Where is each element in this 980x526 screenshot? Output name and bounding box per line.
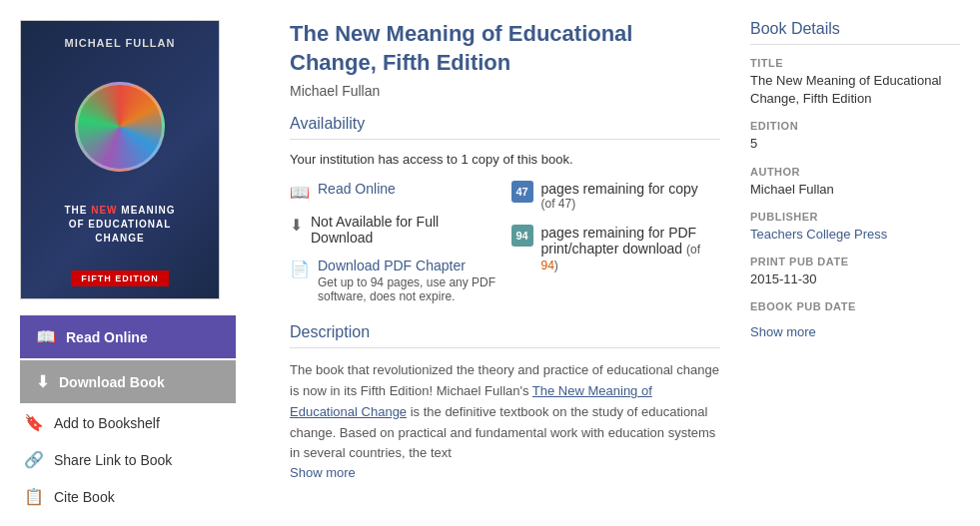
availability-grid: 📖 Read Online ⬇ Not Available for Full D…: [290, 181, 720, 303]
avail-read-online: 📖 Read Online: [290, 181, 499, 202]
avail-not-available: ⬇ Not Available for Full Download: [290, 214, 499, 246]
edition-label: EDITION: [750, 120, 960, 132]
book-author: Michael Fullan: [290, 83, 720, 99]
book-details-show-more[interactable]: Show more: [750, 324, 960, 339]
avail-download-pdf: 📄 Download PDF Chapter Get up to 94 page…: [290, 258, 499, 303]
pages-pdf-item: 94 pages remaining for PDF print/chapter…: [511, 225, 721, 272]
publisher-label: PUBLISHER: [750, 211, 960, 223]
availability-title: Availability: [290, 115, 720, 140]
download-book-icon: ⬇: [36, 372, 49, 391]
author-label: AUTHOR: [750, 166, 960, 178]
publisher-value: Teachers College Press: [750, 226, 960, 244]
not-available-text: Not Available for Full Download: [311, 214, 499, 246]
read-online-avail-text: Read Online: [318, 181, 396, 197]
pages-pdf-badge: 94: [511, 225, 533, 247]
avail-right-col: 47 pages remaining for copy (of 47) 94 p…: [511, 181, 721, 303]
book-cover: Michael Fullan THE NEW MEANINGOF EDUCATI…: [20, 20, 220, 299]
cover-title-new: NEW: [91, 205, 117, 216]
pages-copy-badge: 47: [511, 181, 533, 203]
pages-pdf-text-container: pages remaining for PDF print/chapter do…: [541, 225, 721, 272]
avail-left-col: 📖 Read Online ⬇ Not Available for Full D…: [290, 181, 499, 303]
cover-title-the: THE: [64, 205, 91, 216]
read-online-label: Read Online: [66, 329, 148, 345]
cite-book-button[interactable]: 📋 Cite Book: [20, 479, 119, 514]
pages-copy-sub: (of 47): [541, 197, 698, 211]
ebook-pub-date-label: EBOOK PUB DATE: [750, 300, 960, 312]
download-book-label: Download Book: [59, 374, 165, 390]
not-available-icon: ⬇: [290, 216, 303, 235]
main-content: The New Meaning of Educational Change, F…: [280, 20, 730, 516]
not-available-label: Not Available for Full Download: [311, 214, 439, 246]
title-label: TITLE: [750, 57, 960, 69]
pdf-avail-text: Download PDF Chapter Get up to 94 pages,…: [318, 258, 499, 303]
pages-pdf-label: pages remaining for PDF print/chapter do…: [541, 225, 697, 257]
share-icon: 🔗: [24, 450, 44, 469]
description-title: Description: [290, 323, 720, 348]
share-link-button[interactable]: 🔗 Share Link to Book: [20, 442, 176, 477]
cover-circle-art: [75, 82, 165, 172]
cover-title: THE NEW MEANINGOF EDUCATIONALCHANGE: [64, 204, 175, 246]
availability-note: Your institution has access to 1 copy of…: [290, 152, 720, 167]
cite-icon: 📋: [24, 487, 44, 506]
title-value: The New Meaning of Educational Change, F…: [750, 72, 960, 108]
read-online-link[interactable]: Read Online: [318, 181, 396, 197]
read-online-icon: 📖: [36, 327, 56, 346]
share-link-label: Share Link to Book: [54, 452, 172, 468]
print-pub-date-label: PRINT PUB DATE: [750, 256, 960, 267]
book-details-title: Book Details: [750, 20, 960, 45]
read-online-button[interactable]: 📖 Read Online: [20, 315, 236, 358]
add-bookshelf-button[interactable]: 🔖 Add to Bookshelf: [20, 405, 164, 440]
description-section: Description The book that revolutionized…: [290, 323, 720, 480]
book-details-panel: Book Details TITLE The New Meaning of Ed…: [750, 20, 960, 516]
pages-copy-text-container: pages remaining for copy (of 47): [541, 181, 698, 211]
cover-author: Michael Fullan: [65, 37, 176, 49]
sidebar: Michael Fullan THE NEW MEANINGOF EDUCATI…: [20, 20, 260, 516]
pages-copy-text: pages remaining for copy: [541, 181, 698, 197]
author-value: Michael Fullan: [750, 181, 960, 199]
pdf-sub-note: Get up to 94 pages, use any PDF software…: [318, 275, 499, 303]
read-online-avail-icon: 📖: [290, 183, 310, 202]
print-pub-date-value: 2015-11-30: [750, 270, 960, 288]
pages-pdf-text: pages remaining for PDF print/chapter do…: [541, 225, 721, 272]
book-title: The New Meaning of Educational Change, F…: [290, 20, 720, 77]
edition-value: 5: [750, 135, 960, 153]
description-show-more[interactable]: Show more: [290, 465, 356, 480]
cover-edition: Fifth Edition: [71, 270, 169, 286]
description-text: The book that revolutionized the theory …: [290, 360, 720, 464]
availability-section: Availability Your institution has access…: [290, 115, 720, 303]
cite-book-label: Cite Book: [54, 489, 115, 505]
bookshelf-icon: 🔖: [24, 413, 44, 432]
download-book-button[interactable]: ⬇ Download Book: [20, 360, 236, 403]
download-pdf-link[interactable]: Download PDF Chapter: [318, 258, 466, 273]
pages-copy-item: 47 pages remaining for copy (of 47): [511, 181, 721, 211]
pages-pdf-num: 94: [541, 259, 554, 272]
description-part1: The book that revolutionized the theory …: [290, 362, 719, 398]
add-bookshelf-label: Add to Bookshelf: [54, 415, 160, 431]
pdf-icon: 📄: [290, 260, 310, 278]
pages-pdf-sub-prefix: of: [690, 243, 700, 257]
